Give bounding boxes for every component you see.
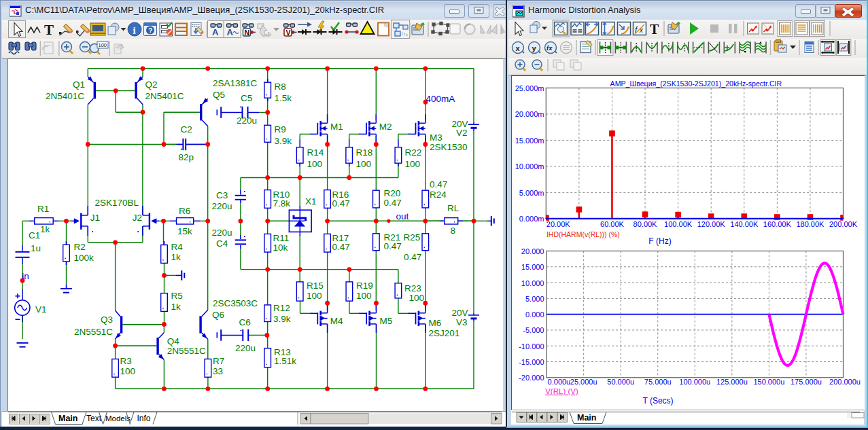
svg-text:V(RL) (V): V(RL) (V) bbox=[545, 387, 578, 395]
svg-text:20.000m: 20.000m bbox=[515, 110, 544, 118]
svg-text:20.00K: 20.00K bbox=[546, 220, 571, 228]
svg-text:80.00K: 80.00K bbox=[633, 220, 658, 228]
svg-text:10.000m: 10.000m bbox=[515, 162, 544, 171]
svg-text:125.000u: 125.000u bbox=[716, 378, 748, 386]
svg-text:25.000m: 25.000m bbox=[515, 84, 544, 92]
svg-text:25.000u: 25.000u bbox=[570, 378, 597, 386]
svg-text:0.000: 0.000 bbox=[525, 310, 544, 319]
svg-text:IHD(HARM(v(RL))) (%): IHD(HARM(v(RL))) (%) bbox=[546, 230, 620, 238]
svg-text:200.000u: 200.000u bbox=[829, 378, 861, 386]
svg-text:-20.000: -20.000 bbox=[519, 374, 544, 382]
svg-text:160.00K: 160.00K bbox=[763, 220, 792, 228]
svg-text:175.000u: 175.000u bbox=[791, 378, 822, 386]
svg-text:60.00K: 60.00K bbox=[600, 220, 625, 228]
svg-text:-5.000: -5.000 bbox=[523, 326, 544, 334]
svg-text:20.000: 20.000 bbox=[521, 247, 544, 255]
svg-text:120.00K: 120.00K bbox=[697, 220, 726, 228]
svg-text:F (Hz): F (Hz) bbox=[648, 236, 671, 246]
svg-text:-15.000: -15.000 bbox=[519, 358, 544, 366]
svg-text:200.00K: 200.00K bbox=[829, 220, 858, 228]
svg-text:15.000m: 15.000m bbox=[515, 137, 544, 145]
svg-text:150.000u: 150.000u bbox=[753, 378, 784, 386]
svg-text:10.000: 10.000 bbox=[521, 279, 544, 287]
svg-text:15.000: 15.000 bbox=[521, 263, 544, 271]
svg-text:50.000u: 50.000u bbox=[607, 378, 634, 386]
svg-text:100.000u: 100.000u bbox=[679, 378, 710, 386]
svg-text:100.00K: 100.00K bbox=[664, 220, 693, 228]
svg-text:T (Secs): T (Secs) bbox=[642, 396, 673, 406]
svg-text:AMP_Швеция_(2SK1530-2SJ201)_20: AMP_Швеция_(2SK1530-2SJ201)_20kHz-spectr… bbox=[610, 79, 782, 88]
svg-text:0.000u: 0.000u bbox=[548, 378, 571, 386]
svg-text:140.00K: 140.00K bbox=[730, 220, 759, 228]
svg-text:-10.000: -10.000 bbox=[519, 342, 544, 351]
svg-text:0.000m: 0.000m bbox=[519, 215, 544, 223]
svg-text:75.000u: 75.000u bbox=[644, 378, 672, 386]
svg-text:5.000m: 5.000m bbox=[519, 189, 544, 197]
svg-text:5.000: 5.000 bbox=[525, 295, 544, 303]
svg-text:180.00K: 180.00K bbox=[796, 220, 824, 228]
